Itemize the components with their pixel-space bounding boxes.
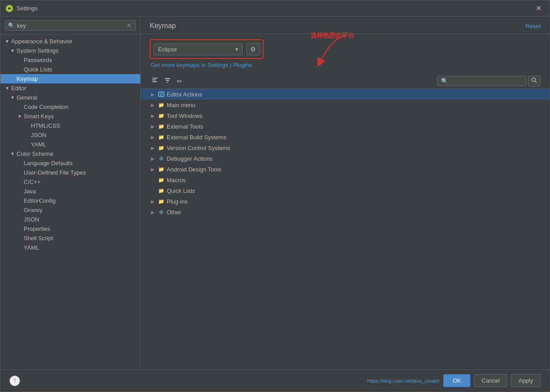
keymap-dropdown[interactable]: Eclipse Default Mac OS X Emacs Visual St… — [153, 43, 243, 55]
sidebar-item-html-css[interactable]: HTML/CSS — [0, 121, 140, 130]
keymap-item-label: External Tools — [167, 123, 203, 130]
keymap-item-external-tools[interactable]: ▶ 📁 External Tools — [141, 121, 550, 132]
sidebar-item-label: Java — [24, 188, 137, 195]
apply-button[interactable]: Apply — [511, 374, 541, 387]
keymap-item-version-control[interactable]: ▶ 📁 Version Control Systems — [141, 142, 550, 153]
expand-arrow: ▼ — [9, 48, 16, 54]
keymap-item-debugger-actions[interactable]: ▶ ⚙ Debugger Actions — [141, 153, 550, 164]
sidebar-item-label: EditorConfig — [24, 197, 137, 204]
sidebar-item-label: Code Completion — [24, 104, 137, 110]
keymap-selector-area: Eclipse Default Mac OS X Emacs Visual St… — [141, 34, 550, 74]
sidebar-item-label: Properties — [24, 225, 137, 232]
expand-arrow — [17, 245, 23, 251]
expand-arrow — [24, 142, 30, 148]
sidebar-item-passwords[interactable]: Passwords — [0, 55, 140, 65]
sidebar-item-language-defaults[interactable]: Language Defaults — [0, 158, 140, 168]
get-more-link[interactable]: Get more keymaps in Settings | Plugins — [150, 62, 541, 68]
expand-arrow — [17, 188, 23, 195]
expand-arrow — [17, 57, 23, 63]
keymap-item-other[interactable]: ▶ ⚙ Other — [141, 207, 550, 217]
svg-rect-4 — [152, 78, 158, 79]
help-button[interactable]: ? — [9, 375, 20, 386]
search-wrapper: 🔍 ✕ — [5, 20, 136, 31]
sidebar-item-system-settings[interactable]: ▼ System Settings — [0, 46, 140, 55]
dialog-title: Settings — [17, 5, 38, 12]
search-go-button[interactable] — [528, 75, 541, 87]
sidebar-item-label: Shell Script — [24, 235, 137, 242]
keymap-item-plug-ins[interactable]: ▶ 📁 Plug-ins — [141, 196, 550, 207]
close-button[interactable]: ✕ — [533, 3, 544, 13]
expand-all-button[interactable] — [150, 76, 160, 86]
ok-button[interactable]: OK — [443, 374, 470, 387]
sidebar-item-json[interactable]: JSON — [0, 130, 140, 140]
sidebar-item-json2[interactable]: JSON — [0, 215, 140, 224]
keymap-item-quick-lists[interactable]: 📁 Quick Lists — [141, 185, 550, 196]
edit-button[interactable]: ✏ — [175, 76, 185, 86]
collapse-all-button[interactable] — [162, 76, 173, 86]
sidebar-item-appearance-behavior[interactable]: ▼ Appearance & Behavior — [0, 37, 140, 46]
sidebar-item-properties[interactable]: Properties — [0, 224, 140, 234]
sidebar-item-editorconfig[interactable]: EditorConfig — [0, 196, 140, 205]
sidebar-item-label: Language Defaults — [24, 160, 137, 167]
sidebar-item-label: Passwords — [24, 57, 137, 63]
expand-arrow: ▼ — [17, 113, 23, 120]
keymap-dropdown-wrapper: Eclipse Default Mac OS X Emacs Visual St… — [153, 43, 243, 55]
sidebar-item-label: Appearance & Behavior — [11, 38, 137, 45]
keymap-item-label: Macros — [167, 177, 186, 183]
footer-buttons: https://blog.csdn.net/java_creater OK Ca… — [367, 374, 541, 387]
sidebar-item-general[interactable]: ▼ General — [0, 93, 140, 102]
cancel-button[interactable]: Cancel — [474, 374, 507, 387]
reset-link[interactable]: Reset — [525, 23, 541, 29]
sidebar-item-smart-keys[interactable]: ▼ Smart Keys — [0, 112, 140, 121]
svg-rect-7 — [165, 78, 170, 79]
android-icon — [6, 5, 13, 12]
folder-icon: 📁 — [158, 166, 165, 173]
keymap-item-external-build-systems[interactable]: ▶ 📁 External Build Systems — [141, 132, 550, 142]
keymap-item-label: Editor Actions — [167, 91, 202, 98]
settings-dialog: Settings ✕ 🔍 ✕ ▼ Appearance & Behavior — [0, 0, 550, 392]
sidebar-item-label: Groovy — [24, 207, 137, 213]
sidebar-item-color-scheme[interactable]: ▼ Color Scheme — [0, 149, 140, 158]
content-header: Keymap Reset — [141, 17, 550, 34]
sidebar-item-shell-script[interactable]: Shell Script — [0, 234, 140, 243]
sidebar-item-quick-lists[interactable]: Quick Lists — [0, 65, 140, 74]
expand-arrow — [17, 217, 23, 223]
dialog-footer: ? https://blog.csdn.net/java_creater OK … — [0, 369, 550, 392]
keymap-item-editor-actions[interactable]: ▶ Editor Actions — [141, 89, 550, 100]
clear-search-button[interactable]: ✕ — [126, 22, 133, 29]
expand-arrow — [17, 198, 23, 204]
keymap-item-tool-windows[interactable]: ▶ 📁 Tool Windows — [141, 110, 550, 121]
search-bar: 🔍 ✕ — [0, 17, 140, 35]
keymap-search-input[interactable] — [437, 76, 526, 86]
sidebar-item-cpp[interactable]: C/C++ — [0, 177, 140, 187]
svg-rect-3 — [8, 8, 11, 9]
expand-arrow — [17, 235, 23, 242]
keymap-item-label: External Build Systems — [167, 134, 227, 141]
sidebar-item-code-completion[interactable]: Code Completion — [0, 102, 140, 112]
keymap-item-label: Plug-ins — [167, 198, 188, 205]
sidebar-item-yaml[interactable]: YAML — [0, 140, 140, 149]
dialog-body: 🔍 ✕ ▼ Appearance & Behavior ▼ System Set… — [0, 17, 550, 369]
sidebar-item-user-defined[interactable]: User-Defined File Types — [0, 168, 140, 177]
sidebar-item-label: System Settings — [17, 47, 137, 54]
expand-arrow — [17, 67, 23, 73]
keymap-item-android-design-tools[interactable]: ▶ 📁 Android Design Tools — [141, 164, 550, 175]
toolbar-search — [437, 75, 541, 87]
sidebar-item-label: YAML — [31, 141, 137, 148]
tree-expand-arrow: ▶ — [150, 134, 156, 140]
sidebar: 🔍 ✕ ▼ Appearance & Behavior ▼ System Set… — [0, 17, 141, 369]
sidebar-item-yaml2[interactable]: YAML — [0, 243, 140, 252]
sidebar-item-keymap[interactable]: Keymap — [0, 74, 140, 83]
sidebar-item-label: Keymap — [17, 75, 137, 82]
svg-rect-8 — [166, 80, 169, 81]
sidebar-item-java[interactable]: Java — [0, 187, 140, 196]
expand-arrow — [24, 132, 30, 138]
keymap-item-label: Version Control Systems — [167, 145, 230, 151]
keymap-item-macros[interactable]: 📁 Macros — [141, 175, 550, 185]
folder-icon: 📁 — [158, 101, 165, 108]
sidebar-item-groovy[interactable]: Groovy — [0, 205, 140, 215]
sidebar-item-editor[interactable]: ▼ Editor — [0, 83, 140, 93]
keymap-gear-button[interactable]: ⚙ — [246, 43, 260, 55]
search-input[interactable] — [17, 22, 123, 29]
keymap-item-main-menu[interactable]: ▶ 📁 Main menu — [141, 100, 550, 110]
